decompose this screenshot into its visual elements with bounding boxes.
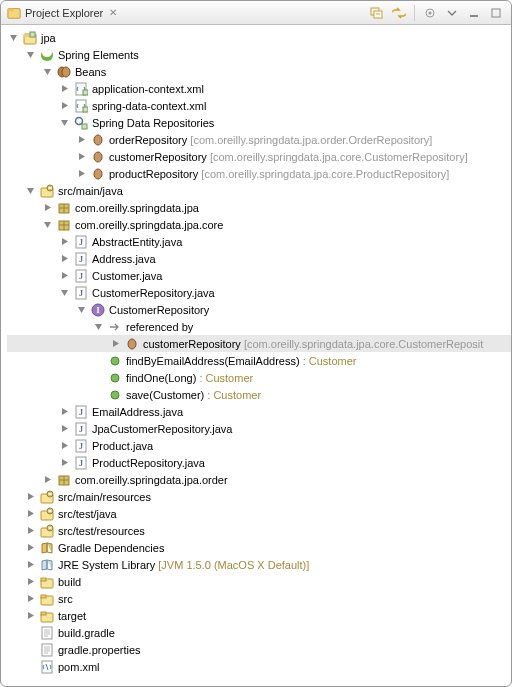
- tree-row[interactable]: orderRepository [com.oreilly.springdata.…: [7, 131, 511, 148]
- toolbar-separator: [414, 5, 415, 21]
- tree-row[interactable]: referenced by: [7, 318, 511, 335]
- tree-row[interactable]: productRepository [com.oreilly.springdat…: [7, 165, 511, 182]
- twisty-closed-icon[interactable]: [58, 236, 70, 248]
- folder-icon: [39, 575, 55, 589]
- tree-row[interactable]: com.oreilly.springdata.jpa.order: [7, 471, 511, 488]
- twisty-closed-icon[interactable]: [24, 525, 36, 537]
- tree-label: target: [58, 610, 86, 622]
- tree-row[interactable]: jpa: [7, 29, 511, 46]
- twisty-closed-icon[interactable]: [58, 270, 70, 282]
- view-menu-button[interactable]: [443, 5, 461, 21]
- library-icon: [39, 541, 55, 555]
- twisty-open-icon[interactable]: [58, 287, 70, 299]
- tree-row[interactable]: pom.xml: [7, 658, 511, 675]
- tree-label: customerRepository [com.oreilly.springda…: [143, 338, 483, 350]
- tree-label: src/test/java: [58, 508, 117, 520]
- tree-row[interactable]: Product.java: [7, 437, 511, 454]
- twisty-closed-icon[interactable]: [58, 253, 70, 265]
- twisty-closed-icon[interactable]: [75, 151, 87, 163]
- twisty-closed-icon[interactable]: [58, 440, 70, 452]
- twisty-open-icon[interactable]: [41, 219, 53, 231]
- view-title: Project Explorer: [25, 7, 103, 19]
- twisty-open-icon[interactable]: [41, 66, 53, 78]
- tree-row[interactable]: Spring Elements: [7, 46, 511, 63]
- tree-row[interactable]: ProductRepository.java: [7, 454, 511, 471]
- tree-row[interactable]: Gradle Dependencies: [7, 539, 511, 556]
- tree-row[interactable]: JpaCustomerRepository.java: [7, 420, 511, 437]
- tree-row[interactable]: gradle.properties: [7, 641, 511, 658]
- tree-label: pom.xml: [58, 661, 100, 673]
- twisty-closed-icon[interactable]: [41, 474, 53, 486]
- tree-row[interactable]: com.oreilly.springdata.jpa: [7, 199, 511, 216]
- minimize-button[interactable]: [465, 5, 483, 21]
- tree-row[interactable]: build: [7, 573, 511, 590]
- tree-row[interactable]: target: [7, 607, 511, 624]
- twisty-open-icon[interactable]: [75, 304, 87, 316]
- tree-row[interactable]: customerRepository [com.oreilly.springda…: [7, 148, 511, 165]
- java-file-icon: [73, 252, 89, 266]
- package-icon: [56, 473, 72, 487]
- tree-label: CustomerRepository: [109, 304, 209, 316]
- twisty-closed-icon[interactable]: [58, 100, 70, 112]
- maximize-button[interactable]: [487, 5, 505, 21]
- tree-row[interactable]: findByEmailAddress(EmailAddress) : Custo…: [7, 352, 511, 369]
- tree-label: src/main/java: [58, 185, 123, 197]
- twisty-closed-icon[interactable]: [75, 134, 87, 146]
- twisty-open-icon[interactable]: [24, 49, 36, 61]
- tree-label: Product.java: [92, 440, 153, 452]
- twisty-closed-icon[interactable]: [58, 83, 70, 95]
- tree-row[interactable]: CustomerRepository: [7, 301, 511, 318]
- project-tree[interactable]: J I jpa Spring Elements Beans applicatio…: [1, 25, 511, 686]
- tree-row[interactable]: build.gradle: [7, 624, 511, 641]
- tree-row[interactable]: EmailAddress.java: [7, 403, 511, 420]
- twisty-closed-icon[interactable]: [75, 168, 87, 180]
- tree-row[interactable]: CustomerRepository.java: [7, 284, 511, 301]
- tree-row[interactable]: src/test/java: [7, 505, 511, 522]
- twisty-closed-icon[interactable]: [24, 593, 36, 605]
- tree-row[interactable]: application-context.xml: [7, 80, 511, 97]
- java-file-icon: [73, 422, 89, 436]
- twisty-closed-icon[interactable]: [24, 559, 36, 571]
- link-editor-button[interactable]: [390, 5, 408, 21]
- file-icon: [39, 626, 55, 640]
- twisty-closed-icon[interactable]: [24, 576, 36, 588]
- tree-row[interactable]: src/main/java: [7, 182, 511, 199]
- focus-button[interactable]: [421, 5, 439, 21]
- tree-row-selected[interactable]: customerRepository [com.oreilly.springda…: [7, 335, 511, 352]
- tree-row[interactable]: AbstractEntity.java: [7, 233, 511, 250]
- tree-row[interactable]: src/test/resources: [7, 522, 511, 539]
- tree-label: findOne(Long) : Customer: [126, 372, 253, 384]
- tree-row[interactable]: Beans: [7, 63, 511, 80]
- twisty-closed-icon[interactable]: [41, 202, 53, 214]
- xml-file-icon: [39, 660, 55, 674]
- twisty-closed-icon[interactable]: [24, 542, 36, 554]
- close-view-icon[interactable]: ✕: [109, 7, 117, 18]
- twisty-open-icon[interactable]: [92, 321, 104, 333]
- collapse-all-button[interactable]: [368, 5, 386, 21]
- tree-row[interactable]: src/main/resources: [7, 488, 511, 505]
- tree-row[interactable]: Customer.java: [7, 267, 511, 284]
- tree-row[interactable]: Address.java: [7, 250, 511, 267]
- twisty-closed-icon[interactable]: [24, 491, 36, 503]
- twisty-open-icon[interactable]: [7, 32, 19, 44]
- tree-row[interactable]: spring-data-context.xml: [7, 97, 511, 114]
- twisty-open-icon[interactable]: [24, 185, 36, 197]
- twisty-closed-icon[interactable]: [58, 457, 70, 469]
- twisty-none: [24, 644, 36, 656]
- bean-icon: [90, 150, 106, 164]
- twisty-closed-icon[interactable]: [24, 610, 36, 622]
- tree-row[interactable]: JRE System Library [JVM 1.5.0 (MacOS X D…: [7, 556, 511, 573]
- tree-label: Gradle Dependencies: [58, 542, 164, 554]
- tree-label: Address.java: [92, 253, 156, 265]
- tree-row[interactable]: findOne(Long) : Customer: [7, 369, 511, 386]
- twisty-closed-icon[interactable]: [109, 338, 121, 350]
- tree-row[interactable]: src: [7, 590, 511, 607]
- tree-row[interactable]: Spring Data Repositories: [7, 114, 511, 131]
- tree-row[interactable]: save(Customer) : Customer: [7, 386, 511, 403]
- tree-label: src/main/resources: [58, 491, 151, 503]
- twisty-closed-icon[interactable]: [24, 508, 36, 520]
- twisty-closed-icon[interactable]: [58, 406, 70, 418]
- twisty-closed-icon[interactable]: [58, 423, 70, 435]
- tree-row[interactable]: com.oreilly.springdata.jpa.core: [7, 216, 511, 233]
- twisty-open-icon[interactable]: [58, 117, 70, 129]
